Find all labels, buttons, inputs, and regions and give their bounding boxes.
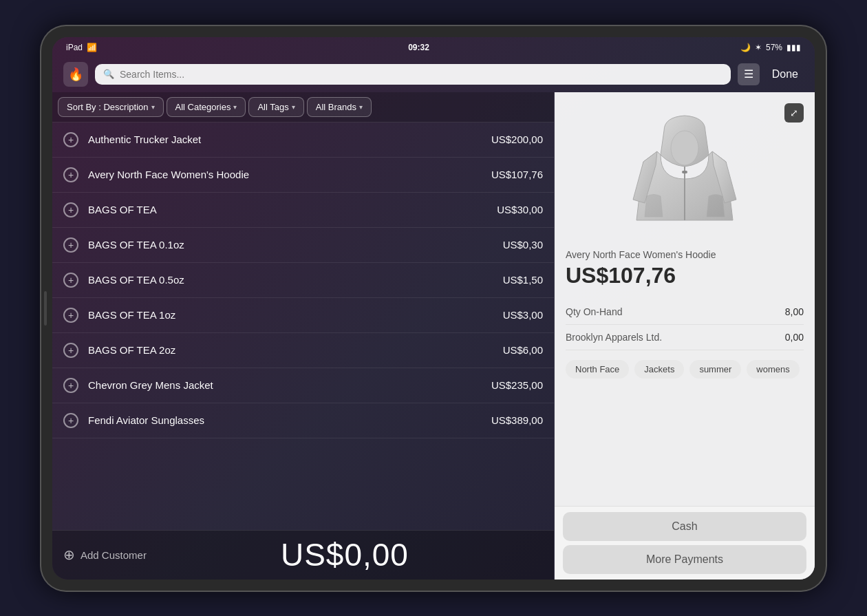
brands-label: All Brands: [316, 102, 356, 112]
tag-pill[interactable]: womens: [747, 360, 799, 379]
cash-button[interactable]: Cash: [563, 512, 806, 541]
left-panel: Sort By : Description ▾ All Categories ▾…: [52, 92, 555, 580]
ipad-screen: iPad 📶 09:32 🌙 ✶ 57% ▮▮▮ 🔥 🔍 ☰: [52, 37, 815, 580]
product-name: Authentic Trucker Jacket: [88, 134, 491, 145]
sort-chevron-icon: ▾: [151, 103, 155, 111]
tag-pill[interactable]: summer: [689, 360, 741, 379]
tags-filter[interactable]: All Tags ▾: [248, 97, 303, 117]
tags-chevron-icon: ▾: [292, 103, 295, 111]
product-item[interactable]: + BAGS OF TEA 0.5oz US$1,50: [52, 263, 554, 298]
product-price: US$389,00: [491, 414, 543, 426]
tag-pill[interactable]: North Face: [566, 360, 629, 379]
product-item[interactable]: + BAGS OF TEA 1oz US$3,00: [52, 298, 554, 333]
header: 🔥 🔍 ☰ Done: [52, 56, 815, 92]
add-customer-button[interactable]: ⊕ Add Customer: [63, 546, 147, 563]
product-name: BAGS OF TEA 1oz: [88, 309, 503, 321]
total-display: US$0,00: [147, 536, 543, 573]
search-icon: 🔍: [103, 69, 114, 79]
product-image: [630, 110, 740, 234]
categories-filter[interactable]: All Categories ▾: [167, 97, 246, 117]
supplier-value: 0,00: [785, 332, 804, 343]
tags-section: North FaceJacketssummerwomens: [566, 360, 804, 379]
sort-by-filter[interactable]: Sort By : Description ▾: [58, 97, 164, 117]
expand-button[interactable]: ⤢: [784, 103, 804, 123]
product-name: BAGS OF TEA 2oz: [88, 344, 503, 356]
add-product-icon[interactable]: +: [63, 237, 78, 253]
battery-percent: 57%: [766, 43, 782, 52]
status-left: iPad 📶: [66, 43, 97, 52]
qty-label: Qty On-Hand: [566, 306, 622, 317]
add-product-icon[interactable]: +: [63, 132, 78, 147]
status-right: 🌙 ✶ 57% ▮▮▮: [740, 43, 801, 52]
svg-point-0: [671, 131, 698, 165]
product-item[interactable]: + BAGS OF TEA 2oz US$6,00: [52, 333, 554, 368]
sort-by-label: Sort By : Description: [67, 102, 149, 112]
detail-price: US$107,76: [566, 263, 804, 288]
tags-label: All Tags: [257, 102, 288, 112]
product-price: US$0,30: [503, 239, 543, 251]
product-item[interactable]: + Authentic Trucker Jacket US$200,00: [52, 123, 554, 158]
list-view-button[interactable]: ☰: [738, 63, 760, 85]
add-product-icon[interactable]: +: [63, 343, 78, 358]
search-input[interactable]: [120, 69, 722, 80]
bluetooth-icon: ✶: [755, 43, 762, 52]
filter-bar: Sort By : Description ▾ All Categories ▾…: [52, 92, 554, 123]
qty-row: Qty On-Hand 8,00: [566, 299, 804, 325]
product-image-container: ⤢: [566, 103, 804, 241]
brands-chevron-icon: ▾: [359, 103, 363, 111]
product-name: BAGS OF TEA 0.1oz: [88, 239, 503, 251]
qty-value: 8,00: [785, 306, 804, 317]
wifi-icon: 📶: [87, 43, 97, 52]
main-area: Sort By : Description ▾ All Categories ▾…: [52, 92, 815, 580]
tag-pill[interactable]: Jackets: [634, 360, 684, 379]
add-customer-plus-icon: ⊕: [63, 546, 75, 563]
bottom-bar: ⊕ Add Customer US$0,00: [52, 530, 554, 580]
product-name: Avery North Face Women's Hoodie: [88, 169, 491, 180]
brands-filter[interactable]: All Brands ▾: [307, 97, 372, 117]
product-list: + Authentic Trucker Jacket US$200,00 + A…: [52, 123, 554, 530]
supplier-label: Brooklyn Apparels Ltd.: [566, 332, 662, 343]
product-item[interactable]: + BAGS OF TEA 0.1oz US$0,30: [52, 228, 554, 263]
status-bar: iPad 📶 09:32 🌙 ✶ 57% ▮▮▮: [52, 37, 815, 56]
product-name: BAGS OF TEA 0.5oz: [88, 274, 503, 286]
add-product-icon[interactable]: +: [63, 308, 78, 323]
add-customer-label: Add Customer: [81, 549, 147, 561]
ipad-frame: iPad 📶 09:32 🌙 ✶ 57% ▮▮▮ 🔥 🔍 ☰: [41, 26, 826, 591]
ipad-label: iPad: [66, 43, 83, 52]
detail-product-name: Avery North Face Women's Hoodie: [566, 249, 804, 260]
moon-icon: 🌙: [740, 43, 751, 52]
product-price: US$1,50: [503, 274, 543, 286]
product-item[interactable]: + Chevron Grey Mens Jacket US$235,00: [52, 368, 554, 403]
done-button[interactable]: Done: [767, 65, 804, 83]
payment-section: Cash More Payments: [555, 506, 815, 580]
right-panel: ⤢ Avery North Face Women's Hoodie US$107…: [555, 92, 815, 580]
product-name: Fendi Aviator Sunglasses: [88, 414, 491, 426]
product-item[interactable]: + Fendi Aviator Sunglasses US$389,00: [52, 403, 554, 438]
search-bar[interactable]: 🔍: [95, 64, 731, 85]
svg-rect-2: [682, 171, 687, 173]
product-price: US$30,00: [497, 204, 543, 215]
product-item[interactable]: + Avery North Face Women's Hoodie US$107…: [52, 158, 554, 193]
product-price: US$6,00: [503, 344, 543, 356]
product-price: US$235,00: [491, 379, 543, 391]
side-button: [44, 291, 47, 326]
add-product-icon[interactable]: +: [63, 273, 78, 288]
more-payments-button[interactable]: More Payments: [563, 545, 806, 574]
product-item[interactable]: + BAGS OF TEA US$30,00: [52, 193, 554, 228]
add-product-icon[interactable]: +: [63, 378, 78, 393]
supplier-row: Brooklyn Apparels Ltd. 0,00: [566, 325, 804, 350]
categories-label: All Categories: [175, 102, 231, 112]
product-name: Chevron Grey Mens Jacket: [88, 379, 491, 391]
battery-icon: ▮▮▮: [786, 43, 801, 52]
categories-chevron-icon: ▾: [233, 103, 237, 111]
add-product-icon[interactable]: +: [63, 413, 78, 428]
add-product-icon[interactable]: +: [63, 202, 78, 217]
add-product-icon[interactable]: +: [63, 167, 78, 182]
time-display: 09:32: [408, 43, 429, 52]
product-name: BAGS OF TEA: [88, 204, 497, 215]
product-price: US$200,00: [491, 134, 543, 145]
screen-content: iPad 📶 09:32 🌙 ✶ 57% ▮▮▮ 🔥 🔍 ☰: [52, 37, 815, 580]
product-price: US$3,00: [503, 309, 543, 321]
product-price: US$107,76: [491, 169, 543, 180]
app-logo: 🔥: [63, 62, 88, 87]
